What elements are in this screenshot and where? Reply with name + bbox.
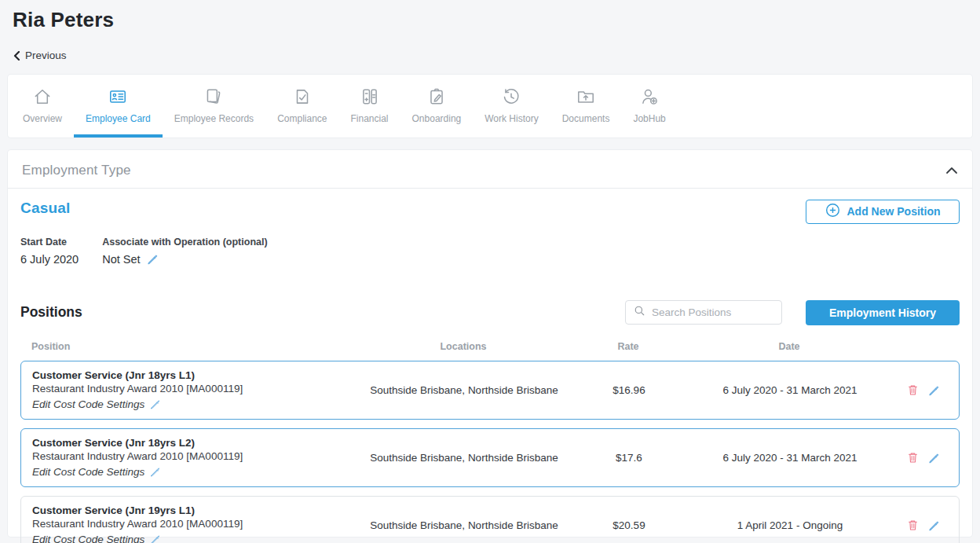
- page-title: Ria Peters: [13, 8, 967, 32]
- clipboard-pencil-icon: [426, 85, 447, 108]
- chevron-up-icon[interactable]: [945, 167, 958, 174]
- position-title: Customer Service (Jnr 18yrs L1): [32, 369, 354, 381]
- employee-profile-page: Ria Peters Previous Overview Employee Ca…: [0, 0, 980, 543]
- employment-history-button[interactable]: Employment History: [806, 300, 960, 325]
- edit-position-icon[interactable]: [928, 452, 940, 464]
- position-title: Customer Service (Jnr 18yrs L2): [32, 437, 354, 449]
- position-rate: $17.6: [574, 452, 684, 464]
- employment-type-row: Casual Add New Position: [20, 200, 960, 224]
- position-award: Restaurant Industry Award 2010 [MA000119…: [32, 383, 354, 394]
- column-rate: Rate: [573, 341, 683, 352]
- tab-work-history[interactable]: Work History: [473, 75, 550, 138]
- operation-field: Associate with Operation (optional) Not …: [102, 237, 267, 266]
- previous-label: Previous: [25, 50, 67, 61]
- position-date: 6 July 2020 - 31 March 2021: [684, 384, 896, 396]
- employee-card-content: Employment Type Casual Add New Position …: [8, 150, 972, 537]
- history-clock-icon: [501, 85, 521, 108]
- operation-value: Not Set: [102, 253, 140, 266]
- edit-position-icon[interactable]: [928, 384, 940, 396]
- operation-label: Associate with Operation (optional): [102, 237, 267, 248]
- tab-employee-records[interactable]: Employee Records: [163, 75, 265, 138]
- tab-employee-card[interactable]: Employee Card: [74, 75, 163, 138]
- employment-fields: Start Date 6 July 2020 Associate with Op…: [20, 237, 960, 266]
- employment-type-value: Casual: [20, 200, 71, 217]
- position-rate: $16.96: [574, 384, 684, 396]
- positions-table-header: Position Locations Rate Date: [20, 341, 960, 352]
- tab-overview[interactable]: Overview: [11, 75, 74, 138]
- delete-position-icon[interactable]: [907, 519, 919, 531]
- position-locations: Southside Brisbane, Northside Brisbane: [354, 384, 574, 396]
- positions-title: Positions: [20, 304, 82, 321]
- tab-financial[interactable]: Financial: [339, 75, 400, 138]
- search-positions-input[interactable]: [652, 306, 770, 318]
- id-card-icon: [108, 85, 128, 108]
- plus-circle-icon: [825, 203, 840, 220]
- positions-header: Positions Employment History: [20, 300, 960, 325]
- position-award: Restaurant Industry Award 2010 [MA000119…: [32, 518, 354, 530]
- column-date: Date: [683, 341, 895, 352]
- previous-link[interactable]: Previous: [13, 50, 67, 61]
- position-row: Customer Service (Jnr 19yrs L1) Restaura…: [20, 496, 960, 543]
- pencil-icon[interactable]: [147, 253, 159, 265]
- edit-cost-code-link[interactable]: Edit Cost Code Settings: [32, 534, 161, 543]
- page-header: Ria Peters Previous: [0, 0, 980, 64]
- tab-onboarding[interactable]: Onboarding: [400, 75, 474, 138]
- position-title: Customer Service (Jnr 19yrs L1): [32, 504, 354, 516]
- chevron-left-icon: [13, 51, 21, 61]
- column-locations: Locations: [353, 341, 573, 352]
- position-award: Restaurant Industry Award 2010 [MA000119…: [32, 450, 354, 462]
- add-new-position-button[interactable]: Add New Position: [806, 200, 960, 224]
- edit-cost-code-link[interactable]: Edit Cost Code Settings: [32, 398, 161, 410]
- tab-compliance[interactable]: Compliance: [265, 75, 338, 138]
- search-positions-box: [625, 300, 782, 325]
- position-date: 1 April 2021 - Ongoing: [684, 519, 896, 531]
- start-date-field: Start Date 6 July 2020: [20, 237, 79, 266]
- add-new-position-label: Add New Position: [847, 205, 941, 218]
- employment-type-title: Employment Type: [22, 163, 131, 178]
- section-divider: [8, 188, 972, 189]
- home-icon: [32, 85, 53, 108]
- pencil-icon: [150, 398, 161, 409]
- position-row: Customer Service (Jnr 18yrs L2) Restaura…: [20, 428, 960, 487]
- delete-position-icon[interactable]: [907, 383, 919, 396]
- column-position: Position: [31, 341, 353, 352]
- delete-position-icon[interactable]: [907, 451, 919, 464]
- edit-position-icon[interactable]: [928, 519, 940, 531]
- position-date: 6 July 2020 - 31 March 2021: [684, 452, 896, 464]
- position-locations: Southside Brisbane, Northside Brisbane: [354, 519, 574, 531]
- stacked-pages-icon: [203, 85, 224, 108]
- start-date-value: 6 July 2020: [20, 253, 79, 266]
- calculator-icon: [360, 85, 380, 108]
- position-rate: $20.59: [574, 519, 684, 531]
- person-add-icon: [639, 85, 660, 108]
- start-date-label: Start Date: [20, 237, 79, 248]
- profile-tab-bar: Overview Employee Card Employee Records …: [8, 75, 972, 138]
- pencil-icon: [150, 534, 161, 543]
- position-locations: Southside Brisbane, Northside Brisbane: [354, 452, 574, 464]
- edit-cost-code-link[interactable]: Edit Cost Code Settings: [32, 466, 161, 478]
- pencil-icon: [150, 466, 161, 477]
- tab-documents[interactable]: Documents: [550, 75, 622, 138]
- search-icon: [634, 305, 645, 320]
- page-check-icon: [292, 85, 313, 108]
- folder-upload-icon: [576, 85, 596, 108]
- position-row: Customer Service (Jnr 18yrs L1) Restaura…: [20, 361, 960, 420]
- tab-jobhub[interactable]: JobHub: [621, 75, 677, 138]
- employment-type-header: Employment Type: [20, 150, 960, 188]
